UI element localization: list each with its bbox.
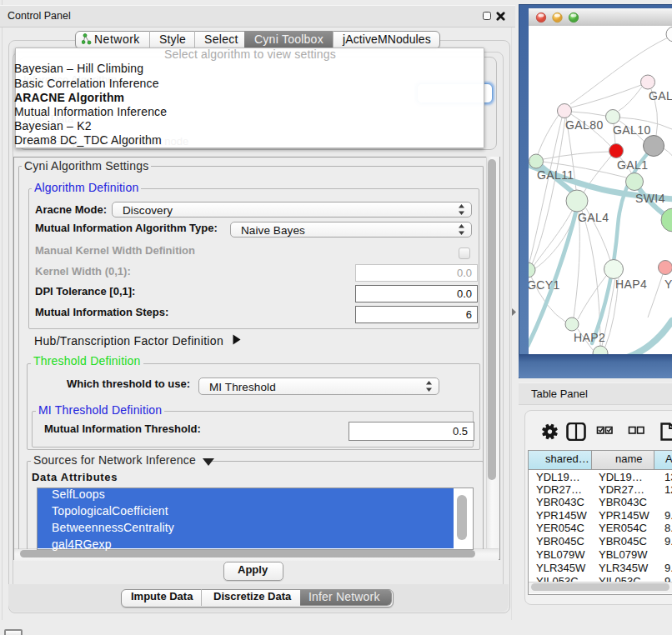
svg-text:GCY1: GCY1	[529, 278, 560, 292]
svg-text:GAL7: GAL7	[649, 89, 672, 102]
svg-text:GAL4: GAL4	[578, 211, 609, 224]
svg-text:HAP4: HAP4	[615, 278, 647, 291]
svg-text:GAL80: GAL80	[565, 118, 604, 132]
svg-text:GAL1: GAL1	[617, 158, 648, 172]
svg-text:HAP2: HAP2	[574, 331, 605, 344]
svg-text:GAL10: GAL10	[613, 123, 651, 137]
svg-text:SWI4: SWI4	[635, 192, 665, 205]
svg-text:GAL11: GAL11	[537, 168, 574, 182]
svg-text:Y: Y	[664, 278, 672, 291]
